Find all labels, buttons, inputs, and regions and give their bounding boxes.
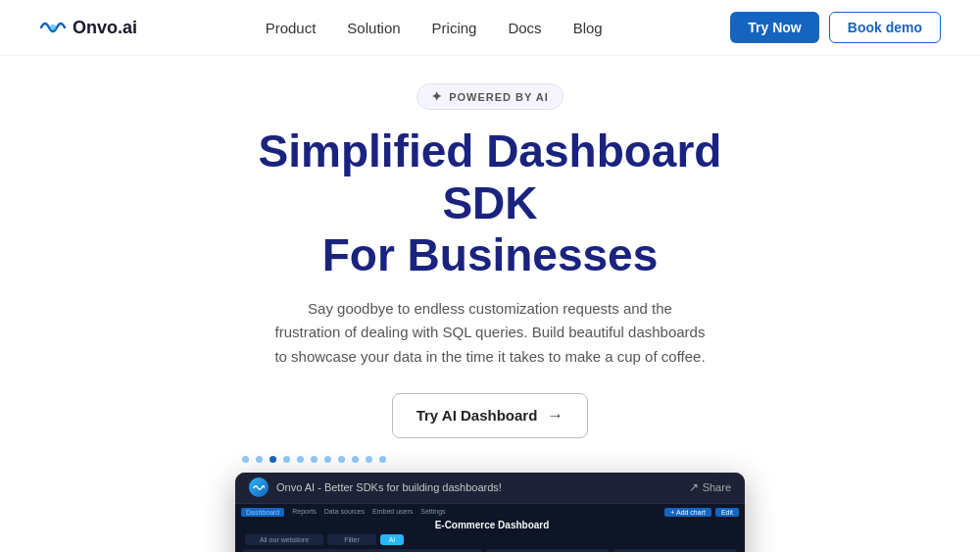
- share-label: Share: [703, 481, 731, 493]
- video-preview-container[interactable]: Onvo AI - Better SDKs for building dashb…: [235, 473, 745, 552]
- dash-nav-embed: Embed users: [372, 508, 413, 517]
- video-channel-info: Onvo AI - Better SDKs for building dashb…: [249, 477, 502, 497]
- try-dashboard-label: Try AI Dashboard: [416, 407, 538, 424]
- channel-name: Onvo AI - Better SDKs for building dashb…: [276, 481, 502, 493]
- header: Onvo.ai Product Solution Pricing Docs Bl…: [0, 0, 980, 56]
- try-dashboard-button[interactable]: Try AI Dashboard →: [392, 393, 589, 438]
- dash-nav-data: Data sources: [324, 508, 365, 517]
- dash-nav-settings: Settings: [420, 508, 445, 517]
- hero-title: Simplified Dashboard SDK For Businesses: [245, 125, 735, 281]
- svg-point-0: [50, 25, 56, 30]
- dot-10: [366, 456, 372, 463]
- dot-1: [242, 456, 249, 463]
- dot-4: [283, 456, 290, 463]
- dot-3: [270, 456, 276, 463]
- dash-filter-2: Filter: [327, 534, 376, 545]
- dot-9: [352, 456, 359, 463]
- dots-indicator: [242, 456, 386, 463]
- dot-7: [324, 456, 331, 463]
- hero-title-line2: For Businesses: [322, 229, 659, 280]
- channel-logo-icon: [253, 483, 265, 492]
- hero-title-line1: Simplified Dashboard SDK: [259, 125, 722, 228]
- logo-icon: [39, 18, 67, 37]
- logo[interactable]: Onvo.ai: [39, 18, 137, 38]
- dash-connect: AI: [380, 534, 404, 545]
- channel-logo: [249, 477, 269, 497]
- dash-nav-reports: Reports: [292, 508, 317, 517]
- dash-nav-active: Dashboard: [241, 508, 284, 517]
- nav-docs[interactable]: Docs: [508, 20, 541, 36]
- nav-pricing[interactable]: Pricing: [432, 20, 477, 36]
- dot-8: [338, 456, 345, 463]
- header-buttons: Try Now Book demo: [730, 12, 941, 43]
- share-button[interactable]: ↗ Share: [689, 480, 731, 494]
- nav-solution[interactable]: Solution: [347, 20, 400, 36]
- sparkle-icon: ✦: [431, 89, 443, 104]
- dash-edit-btn: Edit: [715, 508, 739, 517]
- nav-product[interactable]: Product: [266, 20, 317, 36]
- logo-text: Onvo.ai: [73, 18, 137, 38]
- badge-text: POWERED BY AI: [449, 91, 549, 103]
- video-top-bar: Onvo AI - Better SDKs for building dashb…: [235, 473, 745, 504]
- dash-filter-1: All our webstore: [245, 534, 323, 545]
- dot-6: [311, 456, 318, 463]
- try-now-button[interactable]: Try Now: [730, 12, 818, 43]
- hero-subtitle: Say goodbye to endless customization req…: [274, 297, 706, 370]
- dot-5: [297, 456, 304, 463]
- video-preview[interactable]: Onvo AI - Better SDKs for building dashb…: [235, 473, 745, 552]
- hero-section: ✦ POWERED BY AI Simplified Dashboard SDK…: [0, 56, 980, 552]
- main-nav: Product Solution Pricing Docs Blog: [266, 20, 603, 36]
- dash-add-btn: + Add chart: [664, 508, 711, 517]
- book-demo-button[interactable]: Book demo: [829, 12, 941, 43]
- nav-blog[interactable]: Blog: [573, 20, 603, 36]
- dot-2: [256, 456, 263, 463]
- dot-11: [379, 456, 386, 463]
- share-icon: ↗: [689, 480, 699, 494]
- arrow-icon: →: [547, 406, 564, 426]
- dashboard-preview: Dashboard Reports Data sources Embed use…: [235, 504, 745, 552]
- powered-badge: ✦ POWERED BY AI: [416, 83, 564, 110]
- dashboard-title: E-Commerce Dashboard: [241, 520, 739, 530]
